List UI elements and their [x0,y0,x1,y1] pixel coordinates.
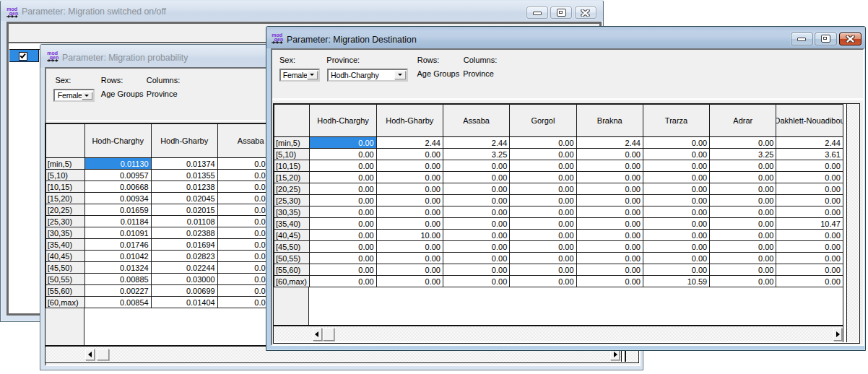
svg-text:gen: gen [9,11,18,17]
svg-text:gen: gen [49,55,58,61]
svg-text:gen: gen [274,37,283,43]
